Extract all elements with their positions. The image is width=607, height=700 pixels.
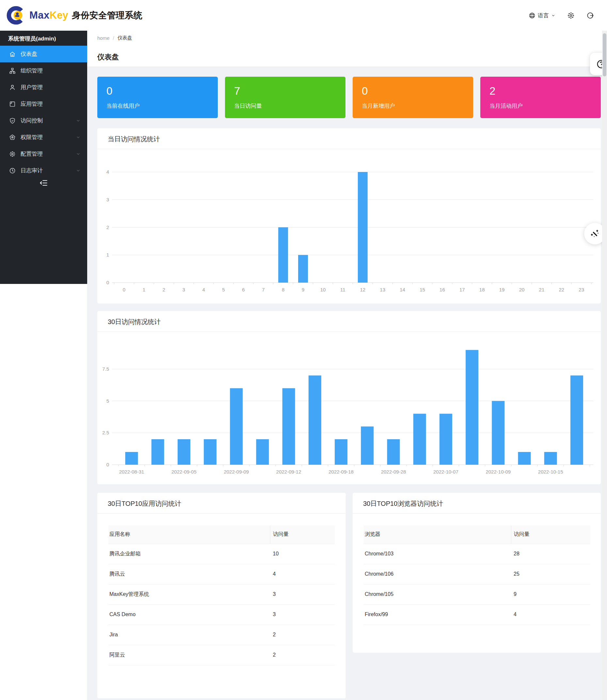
user-icon <box>9 84 16 91</box>
bar <box>177 439 190 465</box>
top-browsers-panel: 30日TOP10浏览器访问统计 浏览器访问量Chrome/10328Chrome… <box>353 493 601 653</box>
gear-icon <box>567 12 575 19</box>
stat-value: 2 <box>489 85 592 97</box>
stat-label: 当日访问量 <box>234 102 336 110</box>
stat-value: 0 <box>362 85 464 97</box>
svg-text:2022-10-07: 2022-10-07 <box>433 469 458 475</box>
bar <box>204 439 216 465</box>
svg-text:2022-09-18: 2022-09-18 <box>329 469 354 475</box>
brand[interactable]: Max Key 身份安全管理系统 <box>6 4 142 26</box>
name-cell: 腾讯企业邮箱 <box>108 544 270 564</box>
svg-text:8: 8 <box>282 287 285 292</box>
bar <box>570 376 583 465</box>
svg-text:0: 0 <box>106 280 109 285</box>
svg-text:1: 1 <box>106 252 109 258</box>
app-icon <box>9 101 16 107</box>
table-row: 腾讯云4 <box>108 564 335 584</box>
org-icon <box>9 68 16 74</box>
panel-title: 30日TOP10应用访问统计 <box>97 493 346 513</box>
svg-text:3: 3 <box>183 287 185 292</box>
language-selector[interactable]: 语言 <box>529 12 556 19</box>
breadcrumb-separator: / <box>113 35 114 41</box>
table-row: Chrome/1059 <box>364 584 590 605</box>
sidebar-item-users[interactable]: 用户管理 <box>0 79 87 95</box>
svg-text:12: 12 <box>360 287 365 292</box>
value-cell: 25 <box>511 564 590 584</box>
value-cell: 10 <box>270 544 335 564</box>
menu-fold-icon <box>39 178 48 187</box>
svg-text:2022-09-05: 2022-09-05 <box>171 469 196 475</box>
settings-button[interactable] <box>567 12 575 19</box>
bar <box>518 452 531 465</box>
scrollbar-thumb[interactable] <box>603 33 606 76</box>
sidebar-item-organizations[interactable]: 组织管理 <box>0 62 87 79</box>
bar <box>278 227 288 283</box>
svg-text:2022-10-09: 2022-10-09 <box>485 469 511 475</box>
stat-label: 当月新增用户 <box>362 102 464 110</box>
brand-name-secondary: Key <box>50 9 68 21</box>
stat-label: 当前在线用户 <box>106 102 209 110</box>
main-content: 0当前在线用户7当日访问量0当月新增用户2当月活动用户 当日访问情况统计 012… <box>87 67 607 700</box>
panel-title: 当日访问情况统计 <box>97 128 601 149</box>
value-cell: 2 <box>270 645 335 665</box>
value-cell: 28 <box>511 544 590 564</box>
bar <box>358 172 368 283</box>
sidebar-item-label: 访问控制 <box>21 117 43 124</box>
bar <box>309 376 321 465</box>
sidebar-menu: 仪表盘组织管理用户管理应用管理访问控制权限管理配置管理日志审计 <box>0 46 87 179</box>
logout-button[interactable] <box>586 12 594 19</box>
name-cell: Firefox/99 <box>364 605 511 625</box>
bar <box>439 414 452 465</box>
breadcrumb-home[interactable]: home <box>97 35 110 41</box>
bar <box>230 388 243 465</box>
stat-card-monthly-new-users: 0当月新增用户 <box>353 77 473 118</box>
bar <box>151 439 164 465</box>
bar <box>387 439 400 465</box>
bar-chart-canvas: 0123401234567891011121314151617181920212… <box>97 149 601 304</box>
sidebar-user-label: 系统管理员(admin) <box>0 31 87 46</box>
page-header: home / 仪表盘 仪表盘 <box>87 31 607 67</box>
stat-label: 当月活动用户 <box>489 102 592 110</box>
bar <box>492 401 504 465</box>
globe-icon <box>529 12 536 19</box>
table-header-row: 应用名称访问量 <box>108 525 335 544</box>
logout-icon <box>586 12 594 19</box>
value-cell: 3 <box>270 584 335 605</box>
stat-card-daily-visits: 7当日访问量 <box>225 77 346 118</box>
top-browsers-table-grid: 浏览器访问量Chrome/10328Chrome/10625Chrome/105… <box>364 525 590 625</box>
breadcrumb-current: 仪表盘 <box>118 35 132 41</box>
top-apps-panel: 30日TOP10应用访问统计 应用名称访问量腾讯企业邮箱10腾讯云4MaxKey… <box>97 493 346 698</box>
svg-text:2022-09-09: 2022-09-09 <box>224 469 249 475</box>
value-cell: 2 <box>270 625 335 645</box>
svg-text:18: 18 <box>479 287 485 292</box>
sidebar-item-label: 用户管理 <box>21 84 43 91</box>
sidebar-item-configuration[interactable]: 配置管理 <box>0 146 87 162</box>
bar <box>413 414 426 465</box>
product-title: 身份安全管理系统 <box>72 9 142 21</box>
chevron-down-icon <box>76 135 81 140</box>
name-cell: Chrome/106 <box>364 564 511 584</box>
svg-text:22: 22 <box>559 287 564 292</box>
wand-icon <box>590 229 600 239</box>
svg-text:2022-09-12: 2022-09-12 <box>276 469 301 475</box>
header-actions: 语言 <box>529 12 594 19</box>
value-cell: 9 <box>511 584 590 605</box>
scrollbar[interactable] <box>602 31 607 700</box>
sidebar-item-label: 权限管理 <box>21 133 43 141</box>
bar <box>256 439 269 465</box>
svg-text:2022-08-31: 2022-08-31 <box>119 469 144 475</box>
sidebar-item-permissions[interactable]: 权限管理 <box>0 129 87 146</box>
chevron-down-icon <box>76 168 81 173</box>
table-row: CAS Demo3 <box>108 605 335 625</box>
bar <box>361 426 374 465</box>
sidebar-item-audit-logs[interactable]: 日志审计 <box>0 162 87 179</box>
svg-text:15: 15 <box>420 287 425 292</box>
menu-collapse-button[interactable] <box>0 178 87 188</box>
sidebar-item-dashboard[interactable]: 仪表盘 <box>0 46 87 62</box>
sidebar-item-access-control[interactable]: 访问控制 <box>0 112 87 129</box>
sidebar: 系统管理员(admin) 仪表盘组织管理用户管理应用管理访问控制权限管理配置管理… <box>0 31 87 284</box>
monthly-visits-chart: 02.557.52022-08-312022-09-052022-09-0920… <box>97 332 601 484</box>
top-apps-table: 应用名称访问量腾讯企业邮箱10腾讯云4MaxKey管理系统3CAS Demo3J… <box>97 525 346 665</box>
shield-icon <box>9 117 16 124</box>
sidebar-item-applications[interactable]: 应用管理 <box>0 95 87 112</box>
